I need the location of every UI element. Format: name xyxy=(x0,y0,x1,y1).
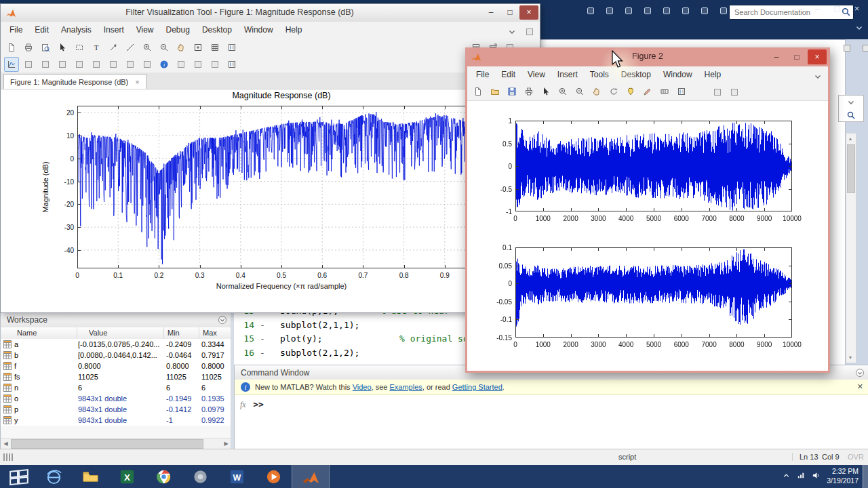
panel-icon[interactable] xyxy=(840,41,854,56)
command-window-menu-icon[interactable] xyxy=(855,368,865,378)
taskbar-clock[interactable]: 2:32 PM 3/19/2017 xyxy=(827,467,859,485)
fv-analysis-mag-icon[interactable] xyxy=(4,57,19,72)
fig2-tb-zoom-out-icon[interactable] xyxy=(572,84,587,99)
fv-tb-print-icon[interactable] xyxy=(21,40,36,55)
fig2-tb-brush-icon[interactable] xyxy=(640,84,655,99)
redo-icon[interactable] xyxy=(679,4,692,18)
column-header-value[interactable]: Value xyxy=(89,329,107,337)
media-player-icon[interactable] xyxy=(255,465,292,488)
fig2-menu-help[interactable]: Help xyxy=(698,67,728,82)
workspace-row-o[interactable]: o9843x1 double-0.19490.1935 xyxy=(1,393,231,404)
fig2-tb-new-doc-icon[interactable] xyxy=(471,84,486,99)
fv-tb-fit-icon[interactable] xyxy=(191,40,205,55)
fv-menu-edit[interactable]: Edit xyxy=(28,22,55,37)
undo-icon[interactable] xyxy=(660,4,673,18)
fv-analysis-phase-delay-icon[interactable] xyxy=(72,57,87,72)
fv-tb-new-doc-icon[interactable] xyxy=(4,40,19,55)
scroll-down-icon[interactable]: ▼ xyxy=(846,353,854,362)
figure2-titlebar[interactable]: Figure 2 –□× xyxy=(465,47,830,66)
matlab-icon[interactable] xyxy=(292,465,330,488)
fig2-menu-edit[interactable]: Edit xyxy=(495,67,521,82)
excel-icon[interactable]: X xyxy=(108,465,145,488)
workspace-row-f[interactable]: f0.80000.80000.8000 xyxy=(1,361,231,371)
fv-analysis-info-icon[interactable]: i xyxy=(157,57,172,72)
link-getting-started[interactable]: Getting Started xyxy=(452,383,502,391)
tray-chevron-up-icon[interactable] xyxy=(782,470,791,483)
maximize-button[interactable]: □ xyxy=(787,49,806,64)
fv-analysis-phase-icon[interactable] xyxy=(21,57,36,72)
help-icon[interactable] xyxy=(717,4,730,18)
workspace-horizontal-scrollbar[interactable]: ◀ ▶ xyxy=(1,438,231,449)
fv-analysis-coeffs-icon[interactable] xyxy=(140,57,155,72)
workspace-row-y[interactable]: y9843x1 double-10.9922 xyxy=(1,415,231,426)
workspace-row-fs[interactable]: fs110251102511025 xyxy=(1,371,231,382)
magnitude-response-plot[interactable] xyxy=(77,106,486,268)
toolstrip-collapse-icon[interactable] xyxy=(854,23,864,33)
fv-analysis-group-delay-icon[interactable] xyxy=(55,57,70,72)
fig2-tb-pointer-icon[interactable] xyxy=(538,84,553,99)
workspace-row-n[interactable]: n666 xyxy=(1,382,231,393)
paste-icon[interactable] xyxy=(641,4,654,18)
panel-splitter[interactable] xyxy=(231,305,234,449)
close-button[interactable]: × xyxy=(847,1,867,16)
fig2-tbr-hide-tools-icon[interactable] xyxy=(710,85,725,100)
show-desktop-button[interactable] xyxy=(863,465,868,488)
fig2-mb-chevron-icon[interactable] xyxy=(810,69,825,84)
fv-menu-analysis[interactable]: Analysis xyxy=(55,22,98,37)
network-icon[interactable] xyxy=(797,470,806,483)
fig2-tb-colorbar-icon[interactable] xyxy=(657,84,672,99)
scroll-left-icon[interactable]: ◀ xyxy=(1,439,10,448)
workspace-row-a[interactable]: a[-0.0135,0.0785,-0.240...-0.24090.3344 xyxy=(1,339,231,350)
fv-menu-window[interactable]: Window xyxy=(238,22,279,37)
figure2-top-plot[interactable] xyxy=(515,121,792,211)
figure2-bottom-plot[interactable] xyxy=(515,247,792,338)
file-explorer-icon[interactable] xyxy=(72,465,108,488)
fv-analysis-impulse-icon[interactable] xyxy=(89,57,104,72)
fig2-menu-insert[interactable]: Insert xyxy=(551,67,584,82)
fv-tb-pan-icon[interactable] xyxy=(174,40,189,55)
scrollbar-thumb[interactable] xyxy=(11,439,203,449)
workspace-menu-icon[interactable] xyxy=(218,315,227,325)
word-icon[interactable]: W xyxy=(218,465,255,488)
fv-analysis-overlay-icon[interactable] xyxy=(208,57,222,72)
volume-icon[interactable] xyxy=(812,470,821,483)
link-examples[interactable]: Examples xyxy=(390,383,422,391)
tab-close-icon[interactable]: × xyxy=(135,78,139,86)
scroll-up-icon[interactable]: ▲ xyxy=(846,134,854,143)
command-window-panel[interactable]: Command Window i New to MATLAB? Watch th… xyxy=(234,365,868,450)
fig2-tb-open-icon[interactable] xyxy=(488,84,502,99)
fv-menu-desktop[interactable]: Desktop xyxy=(196,22,238,37)
switch-window-icon[interactable] xyxy=(698,4,711,18)
panel-icon[interactable] xyxy=(859,41,868,56)
fv-mb-close-panel-icon[interactable] xyxy=(522,24,537,39)
fvtool-titlebar[interactable]: Filter Visualization Tool - Figure 1: Ma… xyxy=(1,4,540,22)
maximize-button[interactable]: □ xyxy=(500,5,519,20)
media-icon[interactable] xyxy=(182,465,218,488)
save-icon[interactable] xyxy=(584,4,597,18)
fv-tb-pointer-icon[interactable] xyxy=(55,40,70,55)
fv-menu-view[interactable]: View xyxy=(130,22,160,37)
fv-tb-zoom-in-icon[interactable] xyxy=(140,40,155,55)
fig2-menu-window[interactable]: Window xyxy=(657,67,698,82)
fv-tb-legend-icon[interactable] xyxy=(224,40,239,55)
copy-icon[interactable] xyxy=(622,4,635,18)
minimize-button[interactable]: – xyxy=(481,5,500,20)
fv-menu-insert[interactable]: Insert xyxy=(98,22,130,37)
close-button[interactable]: × xyxy=(808,49,827,64)
maximize-button[interactable]: □ xyxy=(827,1,847,16)
internet-explorer-icon[interactable] xyxy=(35,465,72,488)
fv-tb-zoom-out-icon[interactable] xyxy=(157,40,172,55)
tab-figure1[interactable]: Figure 1: Magnitude Response (dB) × xyxy=(3,74,146,89)
fv-analysis-legend-icon[interactable] xyxy=(224,57,239,72)
chevron-down-icon[interactable] xyxy=(846,98,856,107)
fig2-tb-print-icon[interactable] xyxy=(521,84,536,99)
fv-tb-text-icon[interactable]: T xyxy=(89,40,104,55)
workspace-row-p[interactable]: p9843x1 double-0.14120.0979 xyxy=(1,404,231,415)
start-button[interactable] xyxy=(5,467,33,486)
fig2-tb-zoom-in-icon[interactable] xyxy=(555,84,570,99)
fv-menu-debug[interactable]: Debug xyxy=(160,22,196,37)
fig2-menu-view[interactable]: View xyxy=(521,67,551,82)
column-header-min[interactable]: Min xyxy=(167,329,180,337)
column-header-name[interactable]: Name xyxy=(17,329,37,337)
toolbar-popout[interactable] xyxy=(838,95,864,122)
